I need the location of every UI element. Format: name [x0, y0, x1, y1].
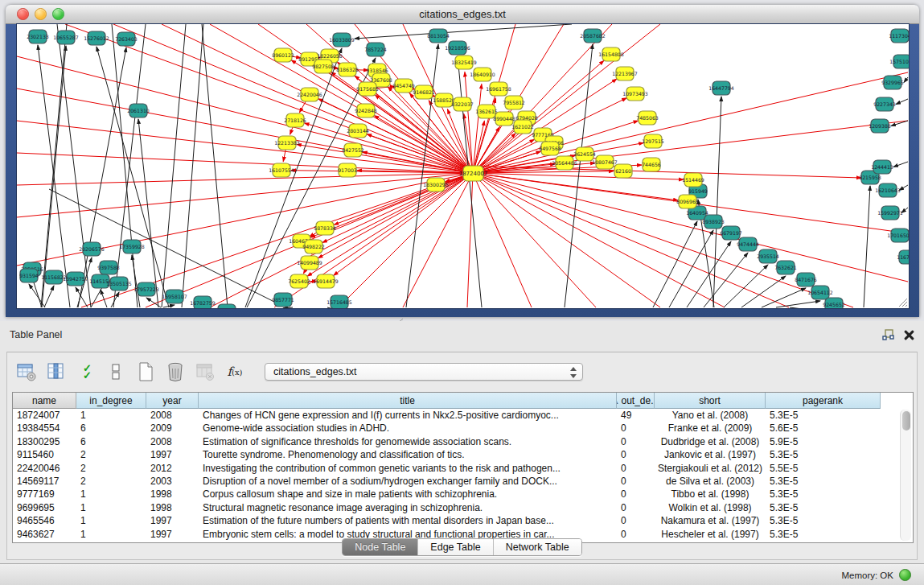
column-header-in-degree[interactable]: in_degree	[76, 393, 146, 409]
table-cell[interactable]: Structural magnetic resonance image aver…	[199, 501, 617, 514]
table-cell[interactable]: 6	[76, 422, 146, 435]
network-node[interactable]: 16447794	[708, 81, 734, 95]
network-node[interactable]: 6679197	[720, 226, 742, 240]
table-row[interactable]: 911546021997Tourette syndrome. Phenomeno…	[13, 448, 913, 461]
table-cell[interactable]: 19384554	[13, 422, 76, 435]
network-node[interactable]: 2718126	[284, 113, 306, 127]
network-node[interactable]: 18640910	[470, 68, 495, 81]
table-cell[interactable]: 1	[76, 488, 146, 501]
network-node[interactable]: 13505135	[106, 277, 132, 290]
network-node[interactable]: 8938923	[702, 215, 725, 229]
table-cell[interactable]: Disruption of a novel member of a sodium…	[199, 475, 617, 488]
network-node[interactable]: 2302133	[27, 30, 49, 43]
network-node[interactable]: 16961758	[486, 82, 511, 96]
network-node[interactable]: 15276012	[84, 31, 109, 45]
table-cell[interactable]: 2009	[146, 422, 199, 435]
table-cell[interactable]: 5.3E-5	[766, 475, 881, 488]
function-builder-icon[interactable]: f(x)	[224, 360, 246, 383]
network-node[interactable]: 8960123	[272, 48, 294, 62]
network-node[interactable]: 9827508	[312, 60, 335, 73]
network-node[interactable]: 12923466	[214, 304, 240, 308]
table-cell[interactable]: Nakamura et al. (1997)	[655, 514, 766, 527]
table-cell[interactable]: 0	[617, 475, 655, 488]
table-cell[interactable]: 1997	[146, 448, 199, 461]
network-node[interactable]: 1244413	[871, 160, 893, 174]
table-cell[interactable]: 5.3E-5	[766, 409, 881, 422]
network-node[interactable]: 8813054	[427, 29, 450, 43]
table-cell[interactable]: 0	[617, 422, 655, 435]
table-row[interactable]: 1938455462009Genome-wide association stu…	[13, 422, 913, 435]
table-cell[interactable]: Estimation of significance thresholds fo…	[199, 435, 617, 448]
table-row[interactable]: 1830029562008Estimation of significance …	[13, 435, 913, 448]
network-node[interactable]: 20564486	[552, 156, 577, 170]
network-node[interactable]: 62160	[614, 164, 632, 178]
table-cell[interactable]: 18724007	[13, 409, 76, 422]
network-node[interactable]: 8186328	[336, 63, 359, 76]
table-cell[interactable]: 49	[617, 409, 655, 422]
table-selector-dropdown[interactable]: citations_edges.txt	[265, 363, 583, 381]
table-cell[interactable]: 22420046	[13, 462, 76, 475]
table-cell[interactable]: 5.6E-5	[766, 422, 881, 435]
table-settings-icon[interactable]	[15, 360, 38, 383]
network-node[interactable]: 6497568	[539, 142, 561, 155]
tab-network-table[interactable]: Network Table	[494, 539, 581, 555]
column-header-short[interactable]: short	[655, 393, 766, 409]
table-cell[interactable]: 1	[76, 409, 146, 422]
table-row[interactable]: 946554611997Estimation of the future num…	[13, 514, 913, 527]
network-node[interactable]: 8096965	[676, 195, 699, 208]
network-node[interactable]: 9227343	[873, 97, 896, 111]
table-cell[interactable]: Changes of HCN gene expression and I(f) …	[199, 409, 617, 422]
table-cell[interactable]: 0	[617, 501, 655, 514]
network-node[interactable]: 17957223	[133, 282, 159, 296]
scrollbar-thumb[interactable]	[902, 411, 910, 431]
network-node[interactable]: 931594	[19, 269, 39, 282]
table-cell[interactable]: Tourette syndrome. Phenomenology and cla…	[199, 448, 617, 461]
table-cell[interactable]: 0	[617, 448, 655, 461]
network-node[interactable]: 9474444	[737, 237, 759, 251]
table-cell[interactable]: 5.3E-5	[766, 488, 881, 501]
network-node[interactable]: 20587682	[580, 29, 606, 43]
table-cell[interactable]: 2	[76, 462, 146, 475]
column-select-icon[interactable]	[45, 360, 68, 383]
network-node[interactable]: 744656	[642, 158, 661, 171]
network-node[interactable]: 1621022	[511, 120, 534, 134]
table-cell[interactable]: 0	[617, 488, 655, 501]
column-header-title[interactable]: title	[199, 393, 617, 409]
table-cell[interactable]: Stergiakouli et al. (2012)	[655, 462, 766, 475]
tab-edge-table[interactable]: Edge Table	[418, 539, 493, 555]
network-node[interactable]: 5878334	[314, 221, 336, 235]
table-cell[interactable]: 9777169	[13, 488, 76, 501]
network-node[interactable]: 7625402	[288, 274, 310, 288]
table-cell[interactable]: 5.3E-5	[766, 448, 881, 461]
network-node[interactable]: 19218596	[445, 41, 470, 55]
table-cell[interactable]: Dudbridge et al. (2008)	[655, 435, 766, 448]
network-node[interactable]: 7485063	[636, 111, 659, 125]
column-header-pagerank[interactable]: pagerank	[766, 393, 881, 409]
table-cell[interactable]: 1998	[146, 488, 199, 501]
table-row[interactable]: 969969511998Structural magnetic resonanc…	[13, 501, 913, 514]
network-node[interactable]: 16033809	[329, 33, 355, 47]
network-node[interactable]: 1297515	[642, 134, 664, 148]
table-row[interactable]: 2242004622012Investigating the contribut…	[13, 462, 913, 475]
table-cell[interactable]: 18300295	[13, 435, 76, 448]
table-cell[interactable]: 2	[76, 475, 146, 488]
table-cell[interactable]: 1998	[146, 501, 199, 514]
table-cell[interactable]: Wolkin et al. (1998)	[655, 501, 766, 514]
close-icon[interactable]	[904, 330, 914, 340]
tab-node-table[interactable]: Node Table	[343, 539, 418, 555]
network-node[interactable]: 9329965	[881, 76, 904, 89]
network-node[interactable]: 1117304	[889, 29, 909, 43]
network-node[interactable]: 8471676	[795, 273, 817, 286]
network-canvas[interactable]: 2302133106552871527601272634031603380978…	[16, 23, 910, 309]
table-row[interactable]: 1872400712008Changes of HCN gene express…	[13, 409, 913, 422]
network-node[interactable]: 10807467	[592, 155, 618, 169]
network-node[interactable]: 2061310	[127, 104, 150, 117]
network-node[interactable]: 16210643	[875, 183, 901, 197]
network-node[interactable]: 18724007	[459, 166, 488, 181]
network-node[interactable]: 9245652	[823, 298, 845, 308]
network-node[interactable]: 16914479	[313, 274, 339, 288]
table-cell[interactable]: Estimation of the future numbers of pati…	[199, 514, 617, 527]
table-row[interactable]: 977716911998Corpus callosum shape and si…	[13, 488, 913, 501]
column-header-name[interactable]: name	[13, 393, 76, 409]
network-node[interactable]: 9175685	[356, 82, 379, 96]
